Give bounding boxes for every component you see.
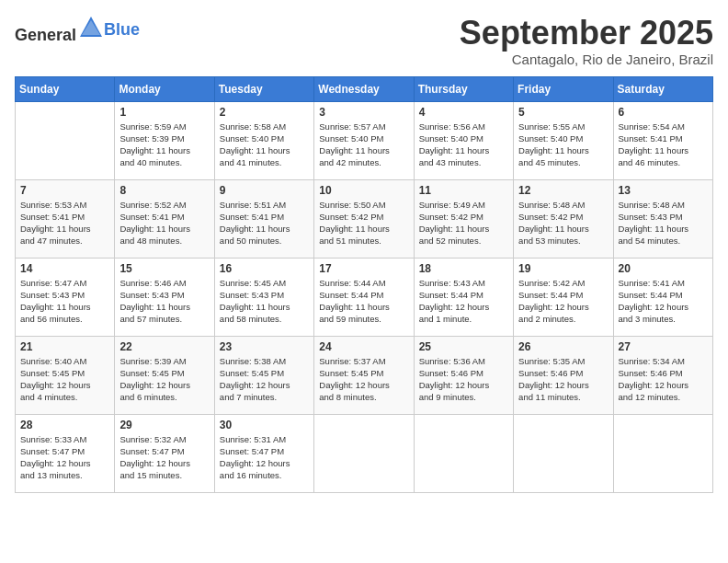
calendar-cell: 15Sunrise: 5:46 AM Sunset: 5:43 PM Dayli… [115,258,214,336]
day-number: 26 [518,340,608,353]
day-number: 25 [419,340,508,353]
day-number: 30 [220,419,309,431]
day-number: 13 [619,184,708,197]
day-number: 11 [419,184,508,197]
week-row-4: 21Sunrise: 5:40 AM Sunset: 5:45 PM Dayli… [16,336,713,414]
calendar-cell: 17Sunrise: 5:44 AM Sunset: 5:44 PM Dayli… [314,258,414,336]
calendar-cell: 30Sunrise: 5:31 AM Sunset: 5:47 PM Dayli… [214,414,313,492]
day-number: 28 [20,419,109,431]
day-number: 5 [518,106,608,119]
day-info: Sunrise: 5:41 AM Sunset: 5:44 PM Dayligh… [619,277,708,326]
calendar-cell [16,101,115,179]
calendar-cell: 23Sunrise: 5:38 AM Sunset: 5:45 PM Dayli… [214,336,313,414]
day-info: Sunrise: 5:46 AM Sunset: 5:43 PM Dayligh… [119,277,209,326]
day-info: Sunrise: 5:56 AM Sunset: 5:40 PM Dayligh… [419,121,508,169]
page-header: General Blue September 2025 Cantagalo, R… [15,15,713,67]
logo-blue: Blue [104,20,140,40]
calendar-cell [414,414,513,492]
day-info: Sunrise: 5:57 AM Sunset: 5:40 PM Dayligh… [319,121,408,169]
day-info: Sunrise: 5:40 AM Sunset: 5:45 PM Dayligh… [20,355,109,404]
calendar-cell: 5Sunrise: 5:55 AM Sunset: 5:40 PM Daylig… [514,101,613,179]
logo-icon [78,15,104,40]
day-info: Sunrise: 5:36 AM Sunset: 5:46 PM Dayligh… [419,355,508,404]
day-number: 18 [419,262,508,275]
calendar-cell: 29Sunrise: 5:32 AM Sunset: 5:47 PM Dayli… [115,414,214,492]
calendar-cell: 1Sunrise: 5:59 AM Sunset: 5:39 PM Daylig… [115,101,214,179]
day-info: Sunrise: 5:33 AM Sunset: 5:47 PM Dayligh… [20,433,109,482]
day-number: 2 [220,106,309,119]
day-header-friday: Friday [514,76,613,101]
day-number: 3 [319,106,408,119]
calendar-cell: 7Sunrise: 5:53 AM Sunset: 5:41 PM Daylig… [16,179,115,258]
location-subtitle: Cantagalo, Rio de Janeiro, Brazil [460,52,713,67]
calendar-cell: 22Sunrise: 5:39 AM Sunset: 5:45 PM Dayli… [115,336,214,414]
calendar-cell [514,414,613,492]
logo: General Blue [15,15,140,45]
day-number: 9 [220,184,309,197]
day-header-thursday: Thursday [414,76,513,101]
calendar-cell: 18Sunrise: 5:43 AM Sunset: 5:44 PM Dayli… [414,258,513,336]
week-row-3: 14Sunrise: 5:47 AM Sunset: 5:43 PM Dayli… [16,258,713,336]
logo-general: General [15,26,76,44]
calendar-cell [613,414,712,492]
calendar-cell: 19Sunrise: 5:42 AM Sunset: 5:44 PM Dayli… [514,258,613,336]
day-number: 24 [319,340,408,353]
calendar-table: SundayMondayTuesdayWednesdayThursdayFrid… [15,76,713,493]
day-info: Sunrise: 5:53 AM Sunset: 5:41 PM Dayligh… [20,199,109,247]
day-info: Sunrise: 5:50 AM Sunset: 5:42 PM Dayligh… [319,199,408,247]
day-info: Sunrise: 5:51 AM Sunset: 5:41 PM Dayligh… [220,199,309,247]
day-info: Sunrise: 5:38 AM Sunset: 5:45 PM Dayligh… [220,355,309,404]
calendar-cell: 25Sunrise: 5:36 AM Sunset: 5:46 PM Dayli… [414,336,513,414]
day-info: Sunrise: 5:32 AM Sunset: 5:47 PM Dayligh… [119,433,209,482]
day-info: Sunrise: 5:47 AM Sunset: 5:43 PM Dayligh… [20,277,109,326]
calendar-cell: 3Sunrise: 5:57 AM Sunset: 5:40 PM Daylig… [314,101,414,179]
calendar-cell: 2Sunrise: 5:58 AM Sunset: 5:40 PM Daylig… [214,101,313,179]
day-header-saturday: Saturday [613,76,712,101]
day-info: Sunrise: 5:43 AM Sunset: 5:44 PM Dayligh… [419,277,508,326]
calendar-cell: 11Sunrise: 5:49 AM Sunset: 5:42 PM Dayli… [414,179,513,258]
day-number: 21 [20,340,109,353]
day-info: Sunrise: 5:58 AM Sunset: 5:40 PM Dayligh… [220,121,309,169]
week-row-2: 7Sunrise: 5:53 AM Sunset: 5:41 PM Daylig… [16,179,713,258]
day-number: 16 [220,262,309,275]
day-info: Sunrise: 5:59 AM Sunset: 5:39 PM Dayligh… [119,121,209,169]
day-info: Sunrise: 5:49 AM Sunset: 5:42 PM Dayligh… [419,199,508,247]
day-info: Sunrise: 5:52 AM Sunset: 5:41 PM Dayligh… [119,199,209,247]
day-number: 6 [619,106,708,119]
week-row-1: 1Sunrise: 5:59 AM Sunset: 5:39 PM Daylig… [16,101,713,179]
day-header-monday: Monday [115,76,214,101]
day-number: 17 [319,262,408,275]
week-row-5: 28Sunrise: 5:33 AM Sunset: 5:47 PM Dayli… [16,414,713,492]
day-number: 15 [119,262,209,275]
day-info: Sunrise: 5:31 AM Sunset: 5:47 PM Dayligh… [220,433,309,482]
day-number: 8 [119,184,209,197]
day-info: Sunrise: 5:55 AM Sunset: 5:40 PM Dayligh… [518,121,608,169]
day-number: 10 [319,184,408,197]
day-info: Sunrise: 5:39 AM Sunset: 5:45 PM Dayligh… [119,355,209,404]
calendar-cell: 26Sunrise: 5:35 AM Sunset: 5:46 PM Dayli… [514,336,613,414]
calendar-cell: 9Sunrise: 5:51 AM Sunset: 5:41 PM Daylig… [214,179,313,258]
day-info: Sunrise: 5:48 AM Sunset: 5:42 PM Dayligh… [518,199,608,247]
month-title: September 2025 [460,15,713,52]
day-number: 20 [619,262,708,275]
day-number: 14 [20,262,109,275]
day-header-sunday: Sunday [16,76,115,101]
day-info: Sunrise: 5:37 AM Sunset: 5:45 PM Dayligh… [319,355,408,404]
day-info: Sunrise: 5:54 AM Sunset: 5:41 PM Dayligh… [619,121,708,169]
calendar-cell: 10Sunrise: 5:50 AM Sunset: 5:42 PM Dayli… [314,179,414,258]
svg-marker-1 [82,20,100,35]
day-number: 12 [518,184,608,197]
day-info: Sunrise: 5:48 AM Sunset: 5:43 PM Dayligh… [619,199,708,247]
calendar-header-row: SundayMondayTuesdayWednesdayThursdayFrid… [16,76,713,101]
day-number: 19 [518,262,608,275]
calendar-cell: 24Sunrise: 5:37 AM Sunset: 5:45 PM Dayli… [314,336,414,414]
day-header-wednesday: Wednesday [314,76,414,101]
day-number: 1 [119,106,209,119]
calendar-cell: 16Sunrise: 5:45 AM Sunset: 5:43 PM Dayli… [214,258,313,336]
day-header-tuesday: Tuesday [214,76,313,101]
day-info: Sunrise: 5:34 AM Sunset: 5:46 PM Dayligh… [619,355,708,404]
day-info: Sunrise: 5:44 AM Sunset: 5:44 PM Dayligh… [319,277,408,326]
day-number: 7 [20,184,109,197]
calendar-cell: 21Sunrise: 5:40 AM Sunset: 5:45 PM Dayli… [16,336,115,414]
calendar-cell: 8Sunrise: 5:52 AM Sunset: 5:41 PM Daylig… [115,179,214,258]
